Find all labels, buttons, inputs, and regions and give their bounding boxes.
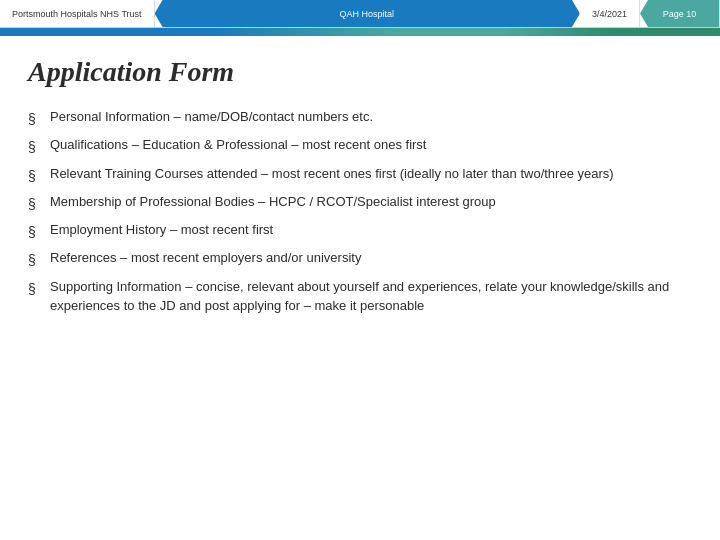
bullet-symbol: § bbox=[28, 279, 44, 299]
header-hospital: QAH Hospital bbox=[155, 0, 580, 27]
org-text: Portsmouth Hospitals NHS Trust bbox=[12, 9, 142, 19]
page-title: Application Form bbox=[28, 56, 692, 88]
date-text: 3/4/2021 bbox=[592, 9, 627, 19]
list-item-text: Membership of Professional Bodies – HCPC… bbox=[50, 193, 692, 212]
main-content: Application Form § Personal Information … bbox=[0, 36, 720, 338]
list-item: § References – most recent employers and… bbox=[28, 249, 692, 270]
hospital-text: QAH Hospital bbox=[339, 9, 394, 19]
bullet-list: § Personal Information – name/DOB/contac… bbox=[28, 108, 692, 315]
wave-strip bbox=[0, 28, 720, 36]
list-item: § Relevant Training Courses attended – m… bbox=[28, 165, 692, 186]
header-bar: Portsmouth Hospitals NHS Trust QAH Hospi… bbox=[0, 0, 720, 28]
list-item: § Employment History – most recent first bbox=[28, 221, 692, 242]
list-item: § Personal Information – name/DOB/contac… bbox=[28, 108, 692, 129]
bullet-symbol: § bbox=[28, 166, 44, 186]
list-item-text: Supporting Information – concise, releva… bbox=[50, 278, 692, 316]
bullet-symbol: § bbox=[28, 137, 44, 157]
header-page: Page 10 bbox=[640, 0, 720, 27]
header-org: Portsmouth Hospitals NHS Trust bbox=[0, 0, 155, 27]
bullet-symbol: § bbox=[28, 109, 44, 129]
list-item: § Supporting Information – concise, rele… bbox=[28, 278, 692, 316]
list-item: § Membership of Professional Bodies – HC… bbox=[28, 193, 692, 214]
bullet-symbol: § bbox=[28, 194, 44, 214]
list-item-text: Qualifications – Education & Professiona… bbox=[50, 136, 692, 155]
bullet-symbol: § bbox=[28, 250, 44, 270]
list-item-text: Employment History – most recent first bbox=[50, 221, 692, 240]
page-text: Page 10 bbox=[663, 9, 697, 19]
bullet-symbol: § bbox=[28, 222, 44, 242]
list-item-text: Personal Information – name/DOB/contact … bbox=[50, 108, 692, 127]
header-date: 3/4/2021 bbox=[580, 0, 640, 27]
list-item-text: References – most recent employers and/o… bbox=[50, 249, 692, 268]
list-item-text: Relevant Training Courses attended – mos… bbox=[50, 165, 692, 184]
list-item: § Qualifications – Education & Professio… bbox=[28, 136, 692, 157]
